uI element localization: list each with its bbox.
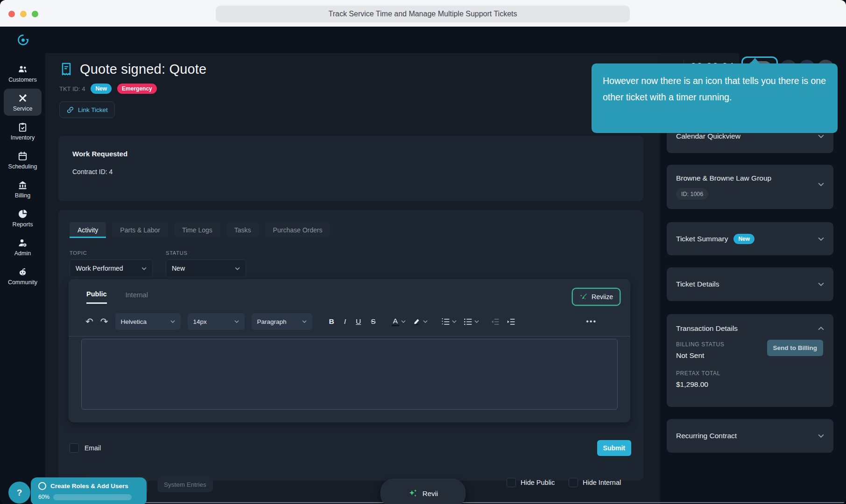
- broom-sparkle-icon: [579, 293, 588, 301]
- create-roles-card[interactable]: Create Roles & Add Users 60%: [31, 477, 147, 504]
- undo-button[interactable]: ↶: [85, 316, 93, 327]
- text-color-button[interactable]: A: [392, 317, 399, 326]
- italic-button[interactable]: I: [343, 317, 347, 326]
- transaction-details-panel[interactable]: Transaction Details BILLING STATUS Not S…: [667, 314, 833, 407]
- indent-button[interactable]: [507, 318, 515, 326]
- chevron-down-icon: [818, 134, 824, 138]
- chevron-down-icon: [235, 267, 240, 270]
- ticket-tabs: Activity Parts & Labor Time Logs Tasks P…: [70, 222, 633, 238]
- recurring-contract-title: Recurring Contract: [676, 432, 737, 440]
- work-requested-title: Work Requested: [72, 150, 629, 158]
- hide-public-checkbox[interactable]: [507, 478, 516, 487]
- paragraph-style-select[interactable]: Paragraph: [252, 313, 312, 330]
- strikethrough-button[interactable]: S: [369, 317, 377, 326]
- hide-public-label: Hide Public: [521, 479, 555, 486]
- app-topbar: Help & Support Ticket ID: 4 Browne & Bro…: [0, 27, 846, 53]
- window-title: Track Service Time and Manage Multiple S…: [216, 6, 630, 22]
- new-feature-badge: New: [733, 234, 754, 244]
- tab-time-logs[interactable]: Time Logs: [174, 222, 220, 238]
- ticket-details-panel[interactable]: Ticket Details: [667, 267, 833, 301]
- outdent-button[interactable]: [491, 318, 500, 326]
- underline-button[interactable]: U: [354, 317, 362, 326]
- editor-tab-public[interactable]: Public: [86, 290, 107, 304]
- status-badge-new: New: [91, 84, 112, 94]
- chevron-down-icon[interactable]: [452, 320, 457, 323]
- quote-ticket-icon: [59, 62, 73, 77]
- ticket-summary-title: Ticket Summary: [676, 235, 728, 243]
- sidebar-item-scheduling[interactable]: Scheduling: [4, 147, 42, 174]
- send-to-billing-button[interactable]: Send to Billing: [767, 340, 824, 356]
- sidebar-item-customers[interactable]: Customers: [4, 60, 42, 87]
- chevron-down-icon: [141, 267, 147, 270]
- chevron-down-icon[interactable]: [423, 320, 428, 323]
- tab-purchase-orders[interactable]: Purchase Orders: [265, 222, 331, 238]
- tab-activity[interactable]: Activity: [70, 222, 106, 238]
- zoom-window-button[interactable]: [32, 11, 38, 17]
- sidebar-item-admin[interactable]: Admin: [4, 233, 42, 260]
- hide-internal-checkbox[interactable]: [569, 478, 578, 487]
- editor-toolbar: ↶ ↷ Helvetica 14px Paragraph B: [85, 311, 630, 332]
- tab-tasks[interactable]: Tasks: [226, 222, 259, 238]
- inventory-icon: [17, 122, 28, 133]
- customer-id-badge: ID: 1006: [676, 188, 708, 200]
- reviize-ai-button[interactable]: Reviize: [572, 288, 620, 305]
- bold-button[interactable]: B: [328, 317, 336, 326]
- help-button[interactable]: ?: [8, 482, 30, 504]
- sparkles-icon: [408, 488, 418, 498]
- bullet-list-button[interactable]: [464, 318, 472, 326]
- customers-icon: [17, 64, 28, 75]
- recurring-contract-panel[interactable]: Recurring Contract: [667, 419, 833, 453]
- chevron-down-icon: [302, 320, 307, 323]
- chevron-down-icon: [818, 237, 824, 241]
- email-checkbox[interactable]: [70, 443, 79, 453]
- customer-panel[interactable]: Browne & Browne Law Group ID: 1006: [667, 165, 833, 209]
- status-select[interactable]: New: [166, 259, 246, 277]
- reports-icon: [17, 209, 28, 219]
- font-family-select[interactable]: Helvetica: [115, 313, 181, 330]
- outdent-icon: [491, 318, 500, 326]
- sidebar-item-billing[interactable]: Billing: [4, 175, 42, 203]
- sidebar-item-community[interactable]: Community: [4, 262, 42, 289]
- system-entries-button[interactable]: System Entries: [157, 476, 213, 492]
- close-window-button[interactable]: [8, 11, 15, 17]
- submit-button[interactable]: Submit: [597, 440, 631, 456]
- onboarding-tooltip: However now there is an icon that tells …: [592, 63, 838, 133]
- priority-badge-emergency: Emergency: [117, 84, 157, 94]
- task-circle-icon: [38, 482, 46, 490]
- service-icon: [17, 93, 28, 104]
- highlight-color-button[interactable]: [413, 317, 421, 326]
- chevron-down-icon: [818, 282, 824, 286]
- sidebar-item-inventory[interactable]: Inventory: [4, 118, 42, 145]
- chevron-down-icon[interactable]: [474, 320, 479, 323]
- contract-id: Contract ID: 4: [72, 168, 629, 175]
- progress-bar: [53, 494, 132, 500]
- topic-label: TOPIC: [70, 250, 153, 256]
- chevron-down-icon: [234, 320, 239, 323]
- note-textarea[interactable]: [81, 339, 618, 410]
- sidebar-item-reports[interactable]: Reports: [4, 204, 42, 231]
- activity-panel: Activity Parts & Labor Time Logs Tasks P…: [58, 210, 643, 481]
- link-ticket-button[interactable]: Link Ticket: [59, 101, 115, 118]
- revii-ai-button[interactable]: Revii: [381, 479, 465, 504]
- font-size-select[interactable]: 14px: [188, 313, 245, 330]
- work-requested-panel: Work Requested Contract ID: 4: [58, 136, 643, 201]
- progress-percent: 60%: [38, 494, 49, 500]
- ticket-summary-panel[interactable]: Ticket Summary New: [667, 222, 833, 255]
- hide-internal-label: Hide Internal: [583, 479, 621, 486]
- indent-icon: [507, 318, 515, 326]
- minimize-window-button[interactable]: [20, 11, 27, 17]
- tab-parts-labor[interactable]: Parts & Labor: [112, 222, 168, 238]
- chevron-down-icon: [818, 434, 824, 438]
- editor-tab-internal[interactable]: Internal: [126, 290, 148, 304]
- toolbar-more-button[interactable]: •••: [586, 317, 597, 326]
- redo-button[interactable]: ↷: [100, 316, 108, 327]
- topic-select[interactable]: Work Performed: [70, 259, 153, 277]
- customer-name: Browne & Browne Law Group: [676, 174, 771, 182]
- highlighter-icon: [413, 317, 421, 326]
- sidebar-item-service[interactable]: Service: [4, 89, 42, 116]
- ordered-list-button[interactable]: [441, 318, 450, 326]
- app-logo-icon[interactable]: [17, 34, 29, 46]
- chevron-down-icon[interactable]: [401, 320, 406, 323]
- titlebar: Track Service Time and Manage Multiple S…: [0, 0, 846, 27]
- divider: [69, 336, 630, 336]
